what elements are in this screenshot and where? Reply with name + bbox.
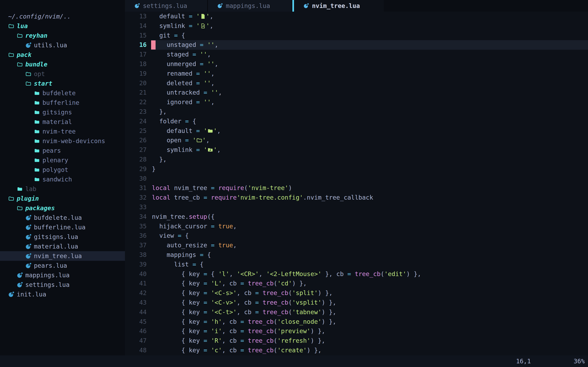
code-line-46[interactable]: 46 { key = 'i', cb = tree_cb('preview') … bbox=[125, 326, 588, 336]
code-line-25[interactable]: 25 default = '', bbox=[125, 126, 588, 136]
code-line-13[interactable]: 13 default = '', bbox=[125, 12, 588, 21]
code-text: { key = 'R', cb = tree_cb('refresh') }, bbox=[152, 336, 588, 346]
tree-item-gitsigns.lua[interactable]: gitsigns.lua bbox=[0, 232, 125, 242]
code-text: local nvim_tree = require('nvim-tree') bbox=[152, 183, 588, 193]
tree-item-pack[interactable]: pack bbox=[0, 50, 125, 59]
code-line-26[interactable]: 26 open = '', bbox=[125, 136, 588, 145]
folder-closed-icon bbox=[17, 186, 23, 192]
line-number: 40 bbox=[125, 269, 147, 279]
tree-item-label: bufferline.lua bbox=[34, 222, 86, 232]
code-line-31[interactable]: 31local nvim_tree = require('nvim-tree') bbox=[125, 183, 588, 193]
code-line-19[interactable]: 19 renamed = '', bbox=[125, 69, 588, 78]
code-line-40[interactable]: 40 { key = { 'l', '<CR>', '<2-LeftMouse>… bbox=[125, 269, 588, 279]
tree-item-init.lua[interactable]: init.lua bbox=[0, 290, 125, 299]
code-line-20[interactable]: 20 deleted = '', bbox=[125, 78, 588, 88]
code-line-38[interactable]: 38 mappings = { bbox=[125, 250, 588, 260]
lua-icon bbox=[25, 42, 31, 48]
code-line-21[interactable]: 21 untracked = '', bbox=[125, 88, 588, 98]
code-line-37[interactable]: 37 auto_resize = true, bbox=[125, 241, 588, 250]
tab-mappings.lua[interactable]: mappings.lua bbox=[208, 0, 292, 12]
code-line-15[interactable]: 15 git = { bbox=[125, 31, 588, 40]
tree-item-label: bufdelete.lua bbox=[34, 213, 82, 222]
tree-item-pears.lua[interactable]: pears.lua bbox=[0, 261, 125, 270]
tree-item-material.lua[interactable]: material.lua bbox=[0, 242, 125, 251]
code-line-48[interactable]: 48 { key = 'c', cb = tree_cb('create') }… bbox=[125, 346, 588, 355]
code-line-24[interactable]: 24 folder = { bbox=[125, 117, 588, 126]
line-number: 32 bbox=[125, 193, 147, 202]
tree-item-polygot[interactable]: polygot bbox=[0, 165, 125, 175]
code-line-17[interactable]: 17 staged = '', bbox=[125, 50, 588, 59]
code-line-35[interactable]: 35 hijack_cursor = true, bbox=[125, 222, 588, 231]
tree-item-bundle[interactable]: bundle bbox=[0, 59, 125, 69]
code-line-36[interactable]: 36 view = { bbox=[125, 231, 588, 241]
folder-closed-icon bbox=[34, 109, 40, 115]
line-number: 30 bbox=[125, 174, 147, 184]
tree-item-sandwich[interactable]: sandwich bbox=[0, 175, 125, 184]
tree-item-opt[interactable]: opt bbox=[0, 69, 125, 79]
code-line-29[interactable]: 29} bbox=[125, 164, 588, 174]
tab-settings.lua[interactable]: settings.lua bbox=[125, 0, 208, 12]
tree-item-material[interactable]: material bbox=[0, 117, 125, 127]
code-line-45[interactable]: 45 { key = 'h', cb = tree_cb('close_node… bbox=[125, 317, 588, 327]
editor-buffer[interactable]: 13 default = '',14 symlink = '',15 git =… bbox=[125, 12, 588, 355]
line-number: 29 bbox=[125, 164, 147, 174]
code-line-41[interactable]: 41 { key = 'L', cb = tree_cb('cd') }, bbox=[125, 279, 588, 288]
code-line-43[interactable]: 43 { key = '<C-v>', cb = tree_cb('vsplit… bbox=[125, 298, 588, 308]
tree-item-mappings.lua[interactable]: mappings.lua bbox=[0, 270, 125, 280]
tree-root-path: ~/.config/nvim/.. bbox=[0, 12, 125, 21]
line-number: 47 bbox=[125, 336, 147, 346]
code-text: auto_resize = true, bbox=[152, 241, 588, 250]
folder-closed-icon bbox=[34, 148, 40, 154]
code-line-22[interactable]: 22 ignored = '', bbox=[125, 98, 588, 107]
code-line-42[interactable]: 42 { key = '<C-s>', cb = tree_cb('split'… bbox=[125, 288, 588, 298]
code-line-39[interactable]: 39 list = { bbox=[125, 260, 588, 269]
code-line-28[interactable]: 28 }, bbox=[125, 155, 588, 164]
code-text: { key = '<C-v>', cb = tree_cb('vsplit') … bbox=[152, 298, 588, 308]
tree-item-lua[interactable]: lua bbox=[0, 21, 125, 31]
line-number: 26 bbox=[125, 136, 147, 145]
tree-item-utils.lua[interactable]: utils.lua bbox=[0, 40, 125, 50]
code-text: unmerged = '', bbox=[152, 59, 588, 69]
code-text: mappings = { bbox=[152, 250, 588, 260]
code-text: { key = '<C-s>', cb = tree_cb('split') }… bbox=[152, 288, 588, 298]
tree-item-nvim-web-devicons[interactable]: nvim-web-devicons bbox=[0, 136, 125, 146]
code-line-33[interactable]: 33 bbox=[125, 202, 588, 212]
tree-item-plugin[interactable]: plugin bbox=[0, 194, 125, 203]
tree-item-pears[interactable]: pears bbox=[0, 146, 125, 155]
tree-item-nvim-tree[interactable]: nvim-tree bbox=[0, 127, 125, 136]
tree-item-packages[interactable]: packages bbox=[0, 203, 125, 213]
tree-item-reyhan[interactable]: reyhan bbox=[0, 31, 125, 40]
tree-item-lab[interactable]: lab bbox=[0, 184, 125, 194]
tree-item-label: packages bbox=[25, 203, 55, 213]
tree-item-start[interactable]: start bbox=[0, 79, 125, 88]
lua-icon bbox=[25, 215, 31, 221]
tree-item-nvim_tree.lua[interactable]: nvim_tree.lua bbox=[0, 251, 125, 261]
tab-nvim_tree.lua[interactable]: nvim_tree.lua bbox=[294, 0, 384, 12]
code-line-14[interactable]: 14 symlink = '', bbox=[125, 21, 588, 31]
tree-item-bufdelete[interactable]: bufdelete bbox=[0, 88, 125, 98]
code-line-23[interactable]: 23 }, bbox=[125, 107, 588, 117]
code-line-30[interactable]: 30 bbox=[125, 174, 588, 184]
tree-item-bufdelete.lua[interactable]: bufdelete.lua bbox=[0, 213, 125, 222]
code-line-44[interactable]: 44 { key = '<C-t>', cb = tree_cb('tabnew… bbox=[125, 308, 588, 317]
line-number: 31 bbox=[125, 183, 147, 193]
line-number: 45 bbox=[125, 317, 147, 327]
tree-item-bufferline[interactable]: bufferline bbox=[0, 98, 125, 108]
code-text: { key = 'L', cb = tree_cb('cd') }, bbox=[152, 279, 588, 288]
code-text: open = '', bbox=[152, 136, 588, 145]
code-text: git = { bbox=[152, 31, 588, 40]
tree-item-label: material.lua bbox=[34, 242, 78, 251]
tree-item-bufferline.lua[interactable]: bufferline.lua bbox=[0, 222, 125, 232]
tree-item-label: mappings.lua bbox=[25, 270, 70, 280]
code-line-16[interactable]: 16 unstaged = '', bbox=[125, 40, 588, 50]
code-text: } bbox=[152, 164, 588, 174]
code-line-32[interactable]: 32local tree_cb = require'nvim-tree.conf… bbox=[125, 193, 588, 202]
tree-item-plenary[interactable]: plenary bbox=[0, 155, 125, 165]
code-line-34[interactable]: 34nvim_tree.setup({ bbox=[125, 212, 588, 222]
code-line-47[interactable]: 47 { key = 'R', cb = tree_cb('refresh') … bbox=[125, 336, 588, 346]
tree-item-settings.lua[interactable]: settings.lua bbox=[0, 280, 125, 290]
tree-item-gitsigns[interactable]: gitsigns bbox=[0, 108, 125, 117]
code-line-27[interactable]: 27 symlink = '', bbox=[125, 145, 588, 155]
code-line-18[interactable]: 18 unmerged = '', bbox=[125, 59, 588, 69]
line-number: 15 bbox=[125, 31, 147, 40]
